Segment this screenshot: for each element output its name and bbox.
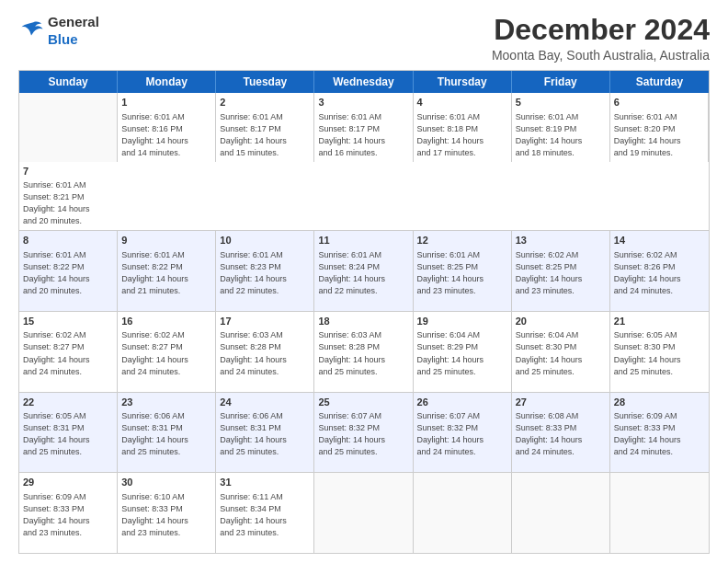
day-5: 5 Sunrise: 6:01 AMSunset: 8:19 PMDayligh… (512, 93, 610, 162)
day-number: 28 (614, 396, 705, 409)
logo-general: General (48, 14, 99, 29)
day-18: 18 Sunrise: 6:03 AMSunset: 8:28 PMDaylig… (314, 312, 413, 392)
day-number: 9 (121, 234, 211, 247)
day-number: 29 (23, 476, 113, 489)
day-info: Sunrise: 6:08 AMSunset: 8:33 PMDaylight:… (516, 410, 606, 458)
day-number: 2 (220, 96, 310, 109)
day-number: 4 (417, 96, 507, 109)
main-title: December 2024 (492, 14, 710, 46)
day-number: 16 (121, 315, 211, 328)
day-info: Sunrise: 6:07 AMSunset: 8:32 PMDaylight:… (417, 410, 507, 458)
day-number: 25 (318, 396, 408, 409)
day-16: 16 Sunrise: 6:02 AMSunset: 8:27 PMDaylig… (118, 312, 216, 392)
day-28: 28 Sunrise: 6:09 AMSunset: 8:33 PMDaylig… (610, 393, 709, 473)
day-info: Sunrise: 6:01 AMSunset: 8:18 PMDaylight:… (417, 111, 507, 159)
day-21: 21 Sunrise: 6:05 AMSunset: 8:30 PMDaylig… (610, 312, 709, 392)
day-number: 6 (614, 96, 704, 109)
day-6: 6 Sunrise: 6:01 AMSunset: 8:20 PMDayligh… (610, 93, 709, 162)
day-9: 9 Sunrise: 6:01 AMSunset: 8:22 PMDayligh… (118, 231, 216, 311)
day-info: Sunrise: 6:06 AMSunset: 8:31 PMDaylight:… (121, 410, 211, 458)
day-empty-4 (512, 473, 610, 553)
week-1: 1 Sunrise: 6:01 AMSunset: 8:16 PMDayligh… (19, 93, 709, 230)
day-empty-5 (610, 473, 709, 553)
day-20: 20 Sunrise: 6:04 AMSunset: 8:30 PMDaylig… (512, 312, 610, 392)
day-info: Sunrise: 6:03 AMSunset: 8:28 PMDaylight:… (318, 329, 408, 377)
day-info: Sunrise: 6:01 AMSunset: 8:19 PMDaylight:… (516, 111, 606, 159)
day-number: 30 (121, 476, 211, 489)
day-3: 3 Sunrise: 6:01 AMSunset: 8:17 PMDayligh… (314, 93, 413, 162)
logo-text-block: General Blue (48, 14, 99, 47)
day-info: Sunrise: 6:04 AMSunset: 8:30 PMDaylight:… (516, 329, 606, 377)
calendar-header: Sunday Monday Tuesday Wednesday Thursday… (19, 71, 709, 93)
day-info: Sunrise: 6:01 AMSunset: 8:22 PMDaylight:… (121, 249, 211, 297)
day-4: 4 Sunrise: 6:01 AMSunset: 8:18 PMDayligh… (414, 93, 512, 162)
day-info: Sunrise: 6:02 AMSunset: 8:25 PMDaylight:… (516, 249, 606, 297)
day-number: 19 (417, 315, 507, 328)
day-info: Sunrise: 6:09 AMSunset: 8:33 PMDaylight:… (614, 410, 705, 458)
day-number: 12 (417, 234, 507, 247)
day-empty-1 (19, 93, 118, 162)
day-info: Sunrise: 6:01 AMSunset: 8:25 PMDaylight:… (417, 249, 507, 297)
day-29: 29 Sunrise: 6:09 AMSunset: 8:33 PMDaylig… (19, 473, 118, 553)
week-5: 29 Sunrise: 6:09 AMSunset: 8:33 PMDaylig… (19, 472, 709, 553)
day-info: Sunrise: 6:01 AMSunset: 8:24 PMDaylight:… (318, 249, 408, 297)
day-empty-2 (314, 473, 413, 553)
day-10: 10 Sunrise: 6:01 AMSunset: 8:23 PMDaylig… (216, 231, 314, 311)
title-block: December 2024 Moonta Bay, South Australi… (492, 14, 710, 63)
logo-blue: Blue (48, 31, 99, 47)
header-tuesday: Tuesday (216, 71, 314, 93)
day-number: 15 (23, 315, 113, 328)
day-info: Sunrise: 6:09 AMSunset: 8:33 PMDaylight:… (23, 491, 113, 539)
day-12: 12 Sunrise: 6:01 AMSunset: 8:25 PMDaylig… (414, 231, 512, 311)
day-26: 26 Sunrise: 6:07 AMSunset: 8:32 PMDaylig… (414, 393, 512, 473)
day-empty-3 (414, 473, 512, 553)
day-15: 15 Sunrise: 6:02 AMSunset: 8:27 PMDaylig… (19, 312, 118, 392)
day-30: 30 Sunrise: 6:10 AMSunset: 8:33 PMDaylig… (118, 473, 216, 553)
day-24: 24 Sunrise: 6:06 AMSunset: 8:31 PMDaylig… (216, 393, 314, 473)
day-info: Sunrise: 6:01 AMSunset: 8:23 PMDaylight:… (220, 249, 310, 297)
day-info: Sunrise: 6:01 AMSunset: 8:16 PMDaylight:… (121, 111, 211, 159)
day-info: Sunrise: 6:10 AMSunset: 8:33 PMDaylight:… (121, 491, 211, 539)
day-22: 22 Sunrise: 6:05 AMSunset: 8:31 PMDaylig… (19, 393, 118, 473)
day-number: 13 (516, 234, 606, 247)
header-monday: Monday (118, 71, 216, 93)
day-number: 1 (121, 96, 211, 109)
day-7: 7 Sunrise: 6:01 AMSunset: 8:21 PMDayligh… (19, 162, 118, 231)
day-17: 17 Sunrise: 6:03 AMSunset: 8:28 PMDaylig… (216, 312, 314, 392)
day-info: Sunrise: 6:07 AMSunset: 8:32 PMDaylight:… (318, 410, 408, 458)
day-14: 14 Sunrise: 6:02 AMSunset: 8:26 PMDaylig… (610, 231, 709, 311)
day-25: 25 Sunrise: 6:07 AMSunset: 8:32 PMDaylig… (314, 393, 413, 473)
day-number: 10 (220, 234, 310, 247)
calendar: Sunday Monday Tuesday Wednesday Thursday… (18, 70, 710, 554)
day-number: 17 (220, 315, 310, 328)
day-info: Sunrise: 6:01 AMSunset: 8:21 PMDaylight:… (23, 179, 114, 227)
day-info: Sunrise: 6:02 AMSunset: 8:27 PMDaylight:… (121, 329, 211, 377)
day-number: 8 (23, 234, 113, 247)
logo-icon (18, 17, 44, 43)
day-8: 8 Sunrise: 6:01 AMSunset: 8:22 PMDayligh… (19, 231, 118, 311)
day-number: 14 (614, 234, 705, 247)
day-13: 13 Sunrise: 6:02 AMSunset: 8:25 PMDaylig… (512, 231, 610, 311)
header-sunday: Sunday (19, 71, 118, 93)
week-3: 15 Sunrise: 6:02 AMSunset: 8:27 PMDaylig… (19, 311, 709, 392)
day-23: 23 Sunrise: 6:06 AMSunset: 8:31 PMDaylig… (118, 393, 216, 473)
day-1: 1 Sunrise: 6:01 AMSunset: 8:16 PMDayligh… (118, 93, 216, 162)
day-number: 20 (516, 315, 606, 328)
day-number: 26 (417, 396, 507, 409)
day-27: 27 Sunrise: 6:08 AMSunset: 8:33 PMDaylig… (512, 393, 610, 473)
day-info: Sunrise: 6:04 AMSunset: 8:29 PMDaylight:… (417, 329, 507, 377)
day-number: 5 (516, 96, 606, 109)
day-info: Sunrise: 6:11 AMSunset: 8:34 PMDaylight:… (220, 491, 310, 539)
week-4: 22 Sunrise: 6:05 AMSunset: 8:31 PMDaylig… (19, 392, 709, 473)
logo: General Blue (18, 14, 99, 47)
day-31: 31 Sunrise: 6:11 AMSunset: 8:34 PMDaylig… (216, 473, 314, 553)
day-info: Sunrise: 6:01 AMSunset: 8:17 PMDaylight:… (318, 111, 408, 159)
page: General Blue December 2024 Moonta Bay, S… (0, 0, 728, 563)
day-info: Sunrise: 6:01 AMSunset: 8:20 PMDaylight:… (614, 111, 704, 159)
day-info: Sunrise: 6:05 AMSunset: 8:30 PMDaylight:… (614, 329, 705, 377)
day-number: 23 (121, 396, 211, 409)
day-19: 19 Sunrise: 6:04 AMSunset: 8:29 PMDaylig… (414, 312, 512, 392)
day-info: Sunrise: 6:05 AMSunset: 8:31 PMDaylight:… (23, 410, 113, 458)
day-info: Sunrise: 6:02 AMSunset: 8:26 PMDaylight:… (614, 249, 705, 297)
week-2: 8 Sunrise: 6:01 AMSunset: 8:22 PMDayligh… (19, 230, 709, 311)
